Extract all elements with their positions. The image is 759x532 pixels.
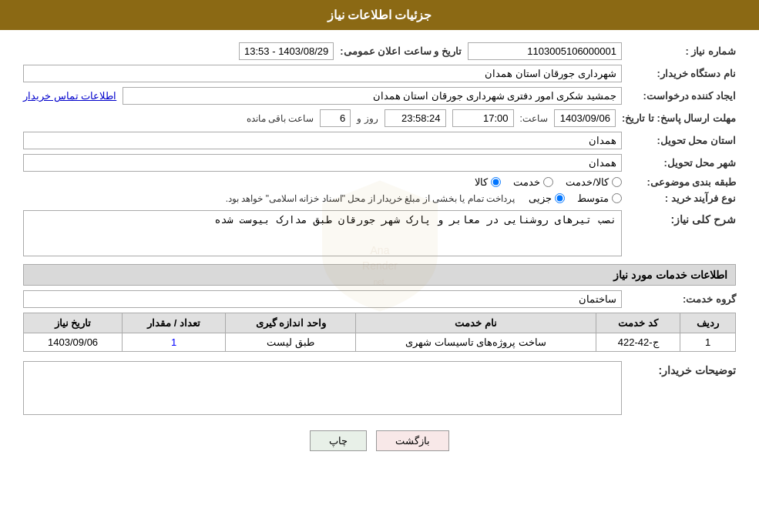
- buyer-notes-label: توضیحات خریدار:: [628, 364, 736, 376]
- category-label: طبقه بندی موضوعی:: [628, 176, 736, 188]
- print-button[interactable]: چاپ: [310, 430, 367, 451]
- col-header-unit: واحد اندازه گیری: [226, 313, 356, 333]
- cell-unit: طبق لیست: [226, 333, 356, 352]
- creator-value: جمشید شکری امور دفتری شهرداری جورقان است…: [123, 87, 622, 105]
- service-group-label: گروه خدمت:: [628, 293, 736, 305]
- response-deadline-label: مهلت ارسال پاسخ: تا تاریخ:: [622, 112, 736, 124]
- back-button[interactable]: بازگشت: [376, 430, 449, 451]
- response-days-value: 6: [320, 109, 351, 127]
- tender-number-value: 1103005106000001: [468, 42, 622, 60]
- service-group-value: ساختمان: [23, 290, 622, 308]
- province-label: استان محل تحویل:: [628, 135, 736, 146]
- table-row: 1 ج-42-422 ساخت پروژه‌های تاسیسات شهری ط…: [24, 333, 736, 352]
- announcement-date-value: 1403/08/29 - 13:53: [239, 42, 334, 60]
- col-header-service-name: نام خدمت: [356, 313, 596, 333]
- col-header-row-num: ردیف: [680, 313, 736, 333]
- response-date-value: 1403/09/06: [554, 109, 616, 127]
- description-label: شرح کلی نیاز:: [628, 213, 736, 226]
- page-title: جزئیات اطلاعات نیاز: [0, 0, 759, 30]
- category-option-khedmat[interactable]: خدمت: [513, 176, 553, 188]
- cell-date: 1403/09/06: [24, 333, 123, 352]
- action-buttons: بازگشت چاپ: [23, 430, 736, 451]
- col-header-service-code: کد خدمت: [596, 313, 680, 333]
- col-header-date: تاریخ نیاز: [24, 313, 123, 333]
- response-remaining-label: ساعت باقی مانده: [247, 113, 314, 124]
- purchase-type-radio-group: متوسط جزیی: [529, 192, 622, 204]
- announcement-date-label: تاریخ و ساعت اعلان عمومی:: [340, 45, 462, 57]
- category-option-kala-khedmat[interactable]: کالا/خدمت: [566, 176, 622, 188]
- buyer-org-label: نام دستگاه خریدار:: [628, 68, 736, 79]
- response-days-label: روز و: [357, 113, 378, 124]
- city-label: شهر محل تحویل:: [628, 157, 736, 169]
- province-value: همدان: [23, 132, 622, 149]
- cell-quantity: 1: [123, 333, 226, 352]
- cell-service-name: ساخت پروژه‌های تاسیسات شهری: [356, 333, 596, 352]
- response-time-label: ساعت:: [520, 113, 548, 124]
- city-value: همدان: [23, 154, 622, 172]
- category-option-kala[interactable]: کالا: [475, 176, 501, 188]
- description-textarea[interactable]: [23, 210, 622, 256]
- response-remaining-value: 23:58:24: [385, 109, 446, 127]
- creator-label: ایجاد کننده درخواست:: [628, 90, 736, 102]
- services-table: ردیف کد خدمت نام خدمت واحد اندازه گیری ت…: [23, 313, 736, 352]
- purchase-type-motavaset[interactable]: متوسط: [577, 192, 622, 204]
- buyer-notes-textarea[interactable]: [23, 361, 622, 415]
- cell-service-code: ج-42-422: [596, 333, 680, 352]
- services-section-title: اطلاعات خدمات مورد نیاز: [23, 264, 736, 286]
- response-time-value: 17:00: [452, 109, 514, 127]
- col-header-quantity: تعداد / مقدار: [123, 313, 226, 333]
- purchase-type-label: نوع فرآیند خرید :: [628, 192, 736, 204]
- buyer-org-value: شهرداری جورقان استان همدان: [23, 65, 622, 82]
- tender-number-label: شماره نیاز :: [628, 45, 736, 57]
- category-radio-group: کالا/خدمت خدمت کالا: [475, 176, 622, 188]
- purchase-type-note: پرداخت تمام یا بخشی از مبلغ خریدار از مح…: [226, 193, 515, 204]
- contact-link[interactable]: اطلاعات تماس خریدار: [23, 90, 116, 102]
- cell-row-num: 1: [680, 333, 736, 352]
- purchase-type-jozii[interactable]: جزیی: [529, 192, 565, 204]
